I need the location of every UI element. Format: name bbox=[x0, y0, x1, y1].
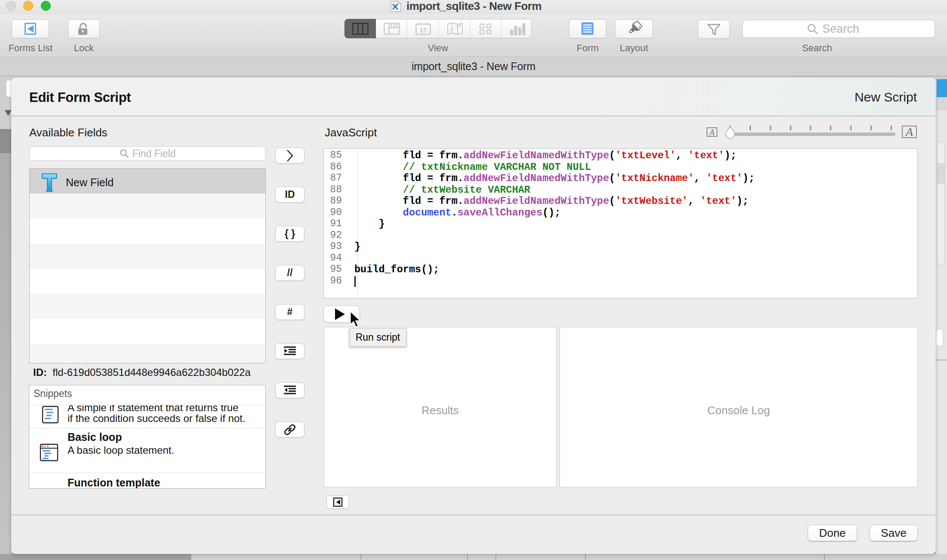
svg-text:17: 17 bbox=[420, 26, 427, 34]
